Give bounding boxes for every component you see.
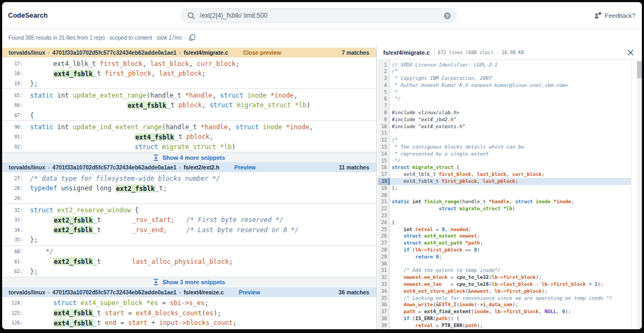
copy-icon[interactable] [189,34,195,41]
window: CodeSearch ? Feedback? Found 385 results… [0,0,644,333]
code-line[interactable]: 27 struct ext4_ext_path *path; [378,240,632,247]
code-line[interactable]: 25 int retval = 0, needed; [378,226,632,233]
match-highlight: ext4_fsblk [53,70,93,78]
snippet-block[interactable]: 60: */61: ext2_fsblk_t last_alloc_physic… [2,246,376,277]
code-line[interactable]: 26 struct ext4_extent newext; [378,233,632,240]
snippet-block[interactable]: 124: struct ext4_super_block *es = sbi->… [2,297,376,328]
code-line[interactable]: 23 [378,212,632,219]
code-line[interactable]: 36 down_write(&EXT4_I(inode)->i_data_sem… [378,301,632,308]
code-line[interactable]: 9#include "ext4_jbd2.h" [378,116,632,123]
code-line[interactable]: 7 [378,102,632,109]
code-line[interactable]: 20 [378,192,632,199]
snippet-block[interactable]: 17: ext4_lblk_t first_block, last_block,… [2,57,376,88]
code-line[interactable]: 22 struct migrate_struct *lb) [378,205,632,212]
result-header[interactable]: torvalds/linux›4701f33a10702d5fc577c3243… [2,162,376,172]
code-line[interactable]: 35 /* Locking only for convenience since… [378,295,632,302]
line-number: 23 [378,212,390,219]
match-highlight: ext4_fsblk [53,309,93,317]
code-text: */ [30,248,53,255]
code-line[interactable]: 2/* [378,68,632,75]
line-number: 35 [378,295,390,302]
commit-hash: 4701f33a10702d5fc577c32434eb62adde0a1ae1 [53,49,177,56]
code-line[interactable]: 16struct migrate_struct { [378,164,632,171]
code-text: * [390,89,632,96]
preview-button[interactable]: Preview [239,289,260,295]
snippet-block[interactable]: 90:static int update_ind_extent_range(ha… [2,121,376,152]
close-preview-button[interactable]: Close preview [243,49,281,56]
snippet-line: 65:static int update_extent_range(handle… [2,91,376,101]
code-line[interactable]: 38 if (IS_ERR(path)) { [378,315,632,322]
search-help-icon[interactable]: ? [444,12,451,19]
divider [434,49,435,56]
code-line[interactable]: 31 /* Add the extent to temp inode*/ [378,267,632,274]
code-line[interactable]: 37 path = ext4_find_extent(inode, lb->fi… [378,308,632,315]
code-text: /* Add the extent to temp inode*/ [390,267,632,274]
code-line[interactable]: 33 newext.ee_len = cpu_to_le16(lb->last_… [378,281,632,288]
code-line[interactable]: 21static int finish_range(handle_t *hand… [378,198,632,205]
selected-code-line[interactable]: 18 ext4_fsblk_t first_pblock, last_pbloc… [378,178,632,185]
match-highlight: ext2_fsblk [115,184,155,193]
code-line[interactable]: 3 * Copyright IBM Corporation, 2007 [378,75,632,82]
code-line[interactable]: 39 retval = PTR_ERR(path); [378,322,632,329]
code-line[interactable]: 34 ext4_ext_store_pblock(&newext, lb->fi… [378,288,632,295]
preview-button[interactable]: Preview [235,164,256,171]
scrollbar-thumb[interactable] [637,61,642,78]
line-number: 67: [2,113,23,118]
search-bar[interactable]: ? [181,8,457,23]
code-text: * Copyright IBM Corporation, 2007 [390,75,632,82]
line-number: 4 [378,82,390,89]
search-input[interactable] [200,9,444,22]
code-line[interactable]: 28 if (lb->first_pblock == 0) [378,247,632,254]
breadcrumb: torvalds/linux›4701f33a10702d5fc577c3243… [9,164,219,171]
show-more-snippets[interactable]: Show 4 more snippets [2,152,376,162]
code-text: ext4_fsblk_t start = ext4_blocks_count(e… [30,309,221,317]
snippet-block[interactable]: 65:static int update_extent_range(handle… [2,89,376,120]
code-line[interactable]: 10#include "ext4_extents.h" [378,123,632,130]
feedback-link[interactable]: Feedback? [594,2,635,29]
breadcrumb: torvalds/linux›4701f33a10702d5fc577c3243… [9,49,228,56]
line-number: 9 [378,116,390,123]
code-text: static int update_ind_extent_range(handl… [30,123,313,131]
code-line[interactable]: 29 return 0; [378,254,632,261]
code-line[interactable]: 11 [378,130,632,137]
code-line[interactable]: 4 * Author Aneesh Kumar K.V <aneesh.kuma… [378,82,632,89]
code-line[interactable]: 1// SPDX-License-Identifier: LGPL-2.1 [378,62,632,69]
code-text: static int update_extent_range(handle_t … [30,92,298,99]
snippet-line: 34: ext2_fsblk_t _rsv_end; /* Last byte … [2,225,376,235]
code-line[interactable]: 15 */ [378,158,632,165]
code-text: }; [30,268,38,275]
code-text: */ [390,158,632,165]
close-preview-icon[interactable] [627,49,634,56]
line-number: 33 [378,281,390,288]
app-logo[interactable]: CodeSearch [8,2,48,29]
line-number: 90: [2,124,23,130]
snippet-line: 60: */ [2,247,376,257]
code-line[interactable]: 17 ext4_lblk_t first_block, last_block, … [378,171,632,178]
code-line[interactable]: 14 * represented by a single extent [378,151,632,158]
code-line[interactable]: 30 [378,261,632,268]
code-line[interactable]: 6 */ [378,95,632,102]
code-line[interactable]: 13 * The contiguous blocks details which… [378,144,632,151]
line-number: 16 [378,164,390,171]
code-line[interactable]: 5 * [378,89,632,96]
code-line[interactable]: 32 newext.ee_block = cpu_to_le32(lb->fir… [378,274,632,281]
result-header[interactable]: torvalds/linux›4701f33a10702d5fc577c3243… [2,48,376,57]
result-group: torvalds/linux›4701f33a10702d5fc577c3243… [2,48,376,162]
result-header[interactable]: torvalds/linux›4701f33a10702d5fc577c3243… [2,287,376,297]
preview-scrollbar[interactable] [637,61,642,329]
code-line[interactable]: 12/* [378,137,632,144]
file-content[interactable]: 1// SPDX-License-Identifier: LGPL-2.12/*… [377,60,632,329]
match-count: 36 matches [339,289,369,295]
chevron-separator: › [177,290,184,295]
snippet-block[interactable]: 32:struct ext2_reserve_window {33: ext2_… [2,204,376,245]
code-line[interactable]: 24{ [378,219,632,226]
line-number: 126: [2,320,23,325]
code-line[interactable]: 8#include <linux/slab.h> [378,109,632,116]
code-line[interactable]: 19}; [378,185,632,192]
line-number: 19 [378,185,390,192]
line-number: 26 [378,233,390,240]
show-more-snippets[interactable]: Show 3 more snippets [2,277,376,287]
commit-hash: 4701f33a10702d5fc577c32434eb62adde0a1ae1 [53,289,177,295]
snippet-line: 124: struct ext4_super_block *es = sbi->… [2,298,376,308]
snippet-block[interactable]: 27:/* data type for filesystem-wide bloc… [2,172,376,203]
